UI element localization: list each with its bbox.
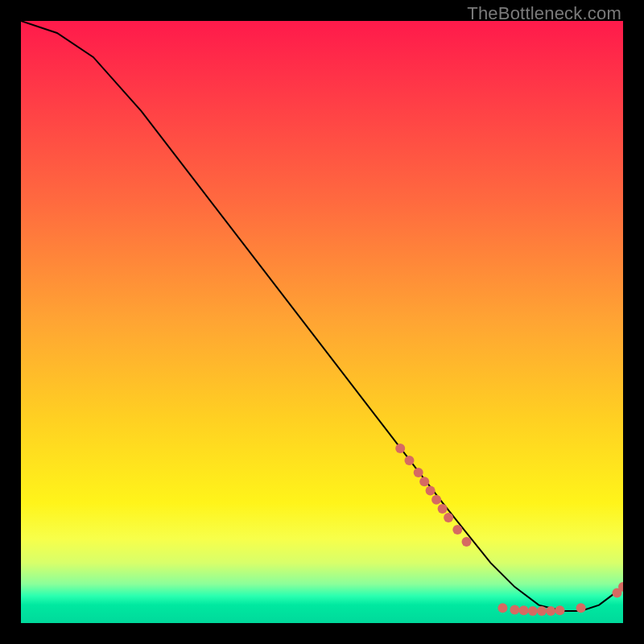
marker-group [395, 444, 623, 616]
data-marker [426, 485, 436, 495]
data-marker [414, 468, 423, 477]
data-marker [462, 537, 472, 547]
data-marker [537, 606, 547, 616]
data-marker [395, 444, 405, 453]
data-marker [519, 605, 529, 615]
data-marker [452, 525, 462, 535]
data-marker [419, 477, 429, 486]
data-marker [405, 456, 415, 465]
data-marker [444, 513, 453, 522]
data-marker [528, 606, 538, 616]
data-marker [576, 603, 586, 613]
bottleneck-curve [21, 21, 623, 611]
data-marker [497, 603, 507, 613]
data-marker [546, 606, 555, 616]
data-marker [438, 504, 448, 514]
plot-area [21, 21, 623, 623]
data-marker [555, 605, 565, 615]
curve-layer [21, 21, 623, 623]
chart-container: TheBottleneck.com [0, 0, 644, 644]
data-marker [431, 495, 441, 505]
data-marker [510, 605, 519, 615]
